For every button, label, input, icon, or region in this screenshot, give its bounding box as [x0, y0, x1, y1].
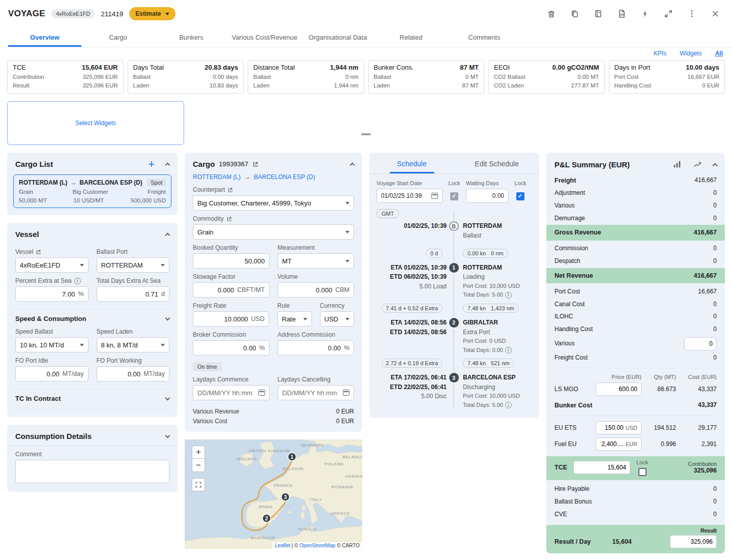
add-cargo-button[interactable]	[148, 161, 155, 168]
eu-ets-row: EU ETS USD 194.512 29,177	[546, 420, 725, 436]
waiting-days-field	[466, 189, 509, 203]
leaflet-link[interactable]: Leaflet	[275, 543, 290, 548]
collapse-cargo-panel-icon[interactable]	[350, 163, 355, 168]
quick-actions-button[interactable]	[636, 5, 654, 22]
fo-port-working-input[interactable]	[101, 370, 141, 378]
tce-input[interactable]	[577, 464, 626, 471]
external-link-icon[interactable]	[226, 216, 232, 222]
timezone-badge[interactable]: GMT	[376, 209, 399, 218]
timeline-stop-extra-port[interactable]: ETA 14/02/25, 08:56 ETD 14/02/25, 08:56 …	[376, 318, 532, 355]
tab-comments[interactable]: Comments	[448, 27, 521, 47]
estimate-button[interactable]: Estimate	[129, 7, 175, 20]
tab-overview[interactable]: Overview	[8, 27, 81, 47]
various-cost-input[interactable]	[688, 340, 713, 347]
booked-quantity-input[interactable]	[197, 257, 265, 265]
zoom-in-button[interactable]	[192, 446, 205, 459]
tab-schedule-view[interactable]: Schedule	[369, 153, 454, 173]
lock-start-checkbox[interactable]	[450, 192, 458, 200]
expand-consumption-icon[interactable]	[165, 433, 170, 438]
external-link-icon[interactable]	[252, 161, 258, 167]
tc-in-contract-section[interactable]: TC In Contract	[15, 389, 169, 403]
rule-select[interactable]: Rate	[277, 311, 312, 327]
calendar-icon[interactable]	[431, 193, 438, 199]
ballast-port-select[interactable]: ROTTERDAM	[97, 257, 170, 273]
close-button[interactable]	[707, 5, 724, 22]
fullscreen-button[interactable]	[660, 5, 677, 22]
waiting-days-input[interactable]	[471, 192, 504, 199]
timeline-stop-ballast[interactable]: 01/02/25, 10:39 B ROTTERDAM Ballast	[376, 221, 532, 240]
cargo-item-rate: 10 USD/MT	[73, 197, 104, 203]
broker-commission-input[interactable]	[197, 344, 256, 352]
collapse-pnl-icon[interactable]	[713, 163, 718, 168]
speed-consumption-section[interactable]: Speed & Consumption	[15, 309, 169, 323]
commodity-select[interactable]: Grain	[193, 224, 354, 240]
unit-label: d	[161, 290, 165, 298]
vessel-select[interactable]: 4xRoEeE1FD	[15, 257, 89, 273]
currency-select[interactable]: USD	[320, 311, 355, 327]
timeline-stop-discharging[interactable]: ETA 17/02/25, 06:41 ETD 22/02/25, 06:41 …	[376, 373, 532, 409]
volume-input[interactable]	[282, 286, 333, 294]
tab-related[interactable]: Related	[374, 27, 448, 47]
freight-rate-input[interactable]	[197, 315, 248, 323]
speed-ballast-select[interactable]: 10 kn, 10 MT/d	[15, 337, 89, 352]
voyage-start-input[interactable]	[381, 192, 428, 199]
stowage-factor-input[interactable]	[197, 286, 234, 294]
speed-laden-select[interactable]: 8 kn, 8 MT/d	[97, 337, 170, 352]
kpi-value: 87 MT	[460, 64, 479, 71]
cargo-list-item[interactable]: ROTTERDAM (L) BARCELONA ESP (D) Spot Gra…	[13, 174, 171, 208]
link-all[interactable]: All	[715, 50, 723, 57]
tce-lock-checkbox[interactable]	[638, 468, 647, 476]
link-widgets[interactable]: Widgets	[680, 50, 701, 57]
calendar-icon[interactable]	[343, 390, 349, 396]
more-options-button[interactable]	[683, 5, 700, 22]
comment-textarea[interactable]	[15, 460, 169, 483]
timeline-stop-loading[interactable]: ETA 01/02/25, 10:39 ETD 06/02/25, 10:39 …	[376, 263, 532, 300]
chevron-down-icon	[165, 395, 170, 400]
panel-resize-handle[interactable]	[361, 133, 371, 135]
info-icon[interactable]	[505, 292, 512, 299]
tab-cargo[interactable]: Cargo	[81, 27, 155, 47]
delete-button[interactable]	[543, 5, 560, 22]
route-to-link[interactable]: BARCELONA ESP (D)	[254, 173, 315, 181]
address-commission-input[interactable]	[282, 344, 341, 352]
info-icon[interactable]	[505, 347, 512, 353]
bar-chart-icon[interactable]	[672, 160, 682, 169]
journal-button[interactable]	[590, 5, 607, 22]
external-link-icon[interactable]	[36, 249, 41, 255]
counterpart-select[interactable]: Big Customer, Charterer, 45999, Tokyo	[193, 195, 354, 211]
select-widgets-button[interactable]: Select Widgets	[7, 101, 184, 145]
calendar-icon[interactable]	[258, 390, 265, 396]
tab-bunkers[interactable]: Bunkers	[155, 27, 228, 47]
measurement-select[interactable]: MT	[278, 253, 355, 269]
export-pdf-button[interactable]: PDF	[613, 5, 630, 22]
ls-mgo-price-input[interactable]	[600, 386, 637, 393]
tab-organisational-data[interactable]: Organisational Data	[301, 27, 374, 47]
result-input[interactable]	[674, 538, 713, 545]
collapse-cargo-list-icon[interactable]	[165, 163, 170, 168]
collapse-vessel-icon[interactable]	[165, 233, 170, 238]
percent-extra-input[interactable]	[20, 290, 75, 298]
zoom-out-button[interactable]	[192, 459, 205, 472]
tab-edit-schedule[interactable]: Edit Schedule	[454, 153, 539, 173]
route-map[interactable]: UNITED KINGDOM IRELAND DENMARK BELARUS P…	[185, 439, 362, 549]
link-kpis[interactable]: KPIs	[654, 50, 666, 57]
fuel-eu-price-input[interactable]	[600, 440, 624, 448]
copy-button[interactable]	[566, 5, 583, 22]
lock-waiting-checkbox[interactable]	[516, 192, 524, 200]
total-days-extra-input[interactable]	[101, 290, 159, 298]
kpi-sub-value: 0.00 days	[213, 73, 238, 81]
osm-link[interactable]: OpenStreetMap	[300, 543, 336, 548]
laydays-cancelling-input[interactable]	[282, 389, 340, 397]
tab-various-cost-revenue[interactable]: Various Cost/Revenue	[228, 27, 301, 47]
line-chart-icon[interactable]	[693, 160, 702, 169]
contribution-value: 325,096	[694, 467, 717, 474]
route-from-link[interactable]: ROTTERDAM (L)	[193, 173, 241, 181]
laydays-commence-input[interactable]	[197, 389, 255, 397]
cargo-id: 19939367	[219, 160, 248, 168]
info-icon[interactable]	[74, 278, 81, 284]
external-link-icon[interactable]	[227, 187, 233, 193]
fo-port-idle-input[interactable]	[20, 370, 60, 378]
info-icon[interactable]	[505, 402, 512, 408]
eu-ets-price-input[interactable]	[600, 424, 624, 431]
map-fullscreen-button[interactable]	[192, 478, 205, 491]
